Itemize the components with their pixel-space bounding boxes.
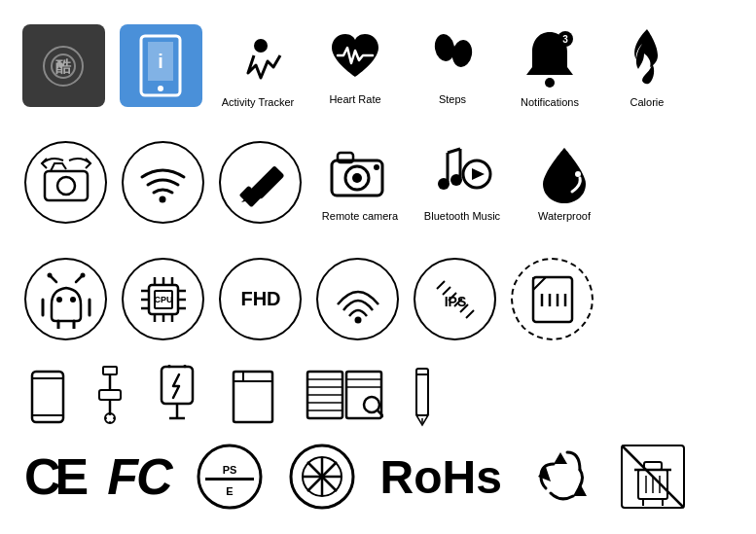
watermark-box: 酷 <box>19 24 107 107</box>
row-5: CE FC PS E <box>19 438 737 516</box>
fhd-circle: FHD <box>219 258 302 340</box>
ips-circle: IPS <box>414 258 496 340</box>
waste-icon <box>619 443 687 511</box>
charger-icon <box>154 365 200 428</box>
svg-point-9 <box>450 38 474 68</box>
steps-icon <box>421 26 485 89</box>
notifications-label: Notifications <box>521 96 579 108</box>
svg-text:IPS: IPS <box>444 294 466 309</box>
svg-rect-13 <box>45 171 88 200</box>
recycle-icon <box>526 443 594 511</box>
cpu-circle: CPU <box>122 258 204 340</box>
cpu-icon: CPU <box>133 269 194 330</box>
ground-icon <box>288 443 356 511</box>
svg-point-37 <box>80 272 85 277</box>
bluetooth-music-icon <box>426 143 499 206</box>
svg-rect-84 <box>234 372 272 422</box>
row-4 <box>19 360 737 433</box>
usb-cable-svg <box>95 365 125 428</box>
svg-rect-72 <box>99 390 121 400</box>
svg-rect-70 <box>103 367 117 374</box>
phone-icon: i <box>136 34 185 97</box>
waterproof-label: Waterproof <box>538 210 591 222</box>
waterproof-box: Waterproof <box>521 143 608 222</box>
phone-box: i <box>117 24 204 107</box>
svg-point-23 <box>438 178 450 190</box>
bluetooth-music-label: Bluetooth Music <box>424 210 500 222</box>
signal-circle <box>316 258 399 340</box>
usb-cable-icon <box>95 365 125 428</box>
row-2: Remote camera Bluetooth Music <box>19 126 737 238</box>
bookmark-icon <box>230 368 276 426</box>
heart-rate-icon <box>324 26 387 89</box>
ce-label: CE <box>24 448 83 505</box>
calorie-box: Calorie <box>603 24 691 108</box>
waste-cert <box>619 443 687 511</box>
remote-camera-box: Remote camera <box>316 143 404 222</box>
svg-point-14 <box>57 177 75 195</box>
heart-rate-label: Heart Rate <box>329 93 380 105</box>
row-1: 酷 i Activity Tracker <box>19 10 737 122</box>
fc-label: FC <box>107 448 170 505</box>
svg-point-54 <box>354 316 361 323</box>
svg-rect-106 <box>205 478 254 480</box>
rohs-cert: RoHs <box>380 450 502 504</box>
svg-point-24 <box>450 174 462 186</box>
steps-box: Steps <box>409 26 496 105</box>
svg-point-7 <box>254 39 268 53</box>
activity-tracker-box: Activity Tracker <box>214 24 302 108</box>
svg-point-10 <box>545 78 555 88</box>
pse-cert: PS E <box>196 443 264 511</box>
svg-point-32 <box>56 297 62 303</box>
notifications-box: 3 Notifications <box>506 24 594 108</box>
svg-text:3: 3 <box>562 34 568 45</box>
phone-outline-icon <box>29 369 66 425</box>
svg-line-60 <box>466 310 474 318</box>
watermark-icon: 酷 <box>34 37 92 95</box>
calorie-label: Calorie <box>630 96 665 108</box>
activity-tracker-label: Activity Tracker <box>222 96 295 108</box>
heart-rate-box: Heart Rate <box>311 26 399 105</box>
rohs-label: RoHs <box>380 451 502 503</box>
svg-point-33 <box>70 297 76 303</box>
wifi-circle <box>122 141 204 224</box>
edit-icon <box>234 156 287 209</box>
svg-point-6 <box>158 86 163 91</box>
pencil-icon <box>413 365 432 428</box>
svg-point-22 <box>374 164 379 170</box>
notifications-icon: 3 <box>519 24 582 92</box>
fc-cert: FC <box>107 447 170 506</box>
svg-text:i: i <box>158 51 163 72</box>
waterproof-icon <box>535 143 594 206</box>
calorie-icon <box>621 24 674 92</box>
svg-point-102 <box>198 445 261 508</box>
ips-icon: IPS <box>425 269 486 330</box>
edit-circle <box>219 141 302 224</box>
activity-tracker-icon <box>227 24 290 92</box>
svg-point-36 <box>47 272 52 277</box>
signal-icon <box>328 269 388 330</box>
row-3: CPU FHD <box>19 243 737 355</box>
pse-icon: PS E <box>196 443 264 511</box>
svg-text:CPU: CPU <box>154 295 172 304</box>
android-circle <box>24 258 107 340</box>
sd-card-icon <box>528 272 577 326</box>
wifi-icon <box>136 156 190 209</box>
pencil-svg <box>413 365 432 428</box>
svg-text:PS: PS <box>222 464 236 476</box>
recycle-cert <box>526 443 594 511</box>
fhd-icon: FHD <box>231 269 291 330</box>
remote-camera-icon <box>324 143 397 206</box>
svg-text:E: E <box>226 485 233 497</box>
watermark-dark: 酷 <box>22 24 105 107</box>
remote-camera-label: Remote camera <box>322 210 398 222</box>
svg-point-15 <box>160 196 166 203</box>
book-search-svg <box>306 368 383 426</box>
steps-label: Steps <box>439 93 466 105</box>
svg-text:FHD: FHD <box>240 288 280 309</box>
phone-outline-svg <box>29 369 66 425</box>
book-search-icon <box>306 368 383 426</box>
svg-text:酷: 酷 <box>55 58 72 75</box>
bookmark-svg <box>230 368 276 426</box>
ground-cert <box>288 443 356 511</box>
